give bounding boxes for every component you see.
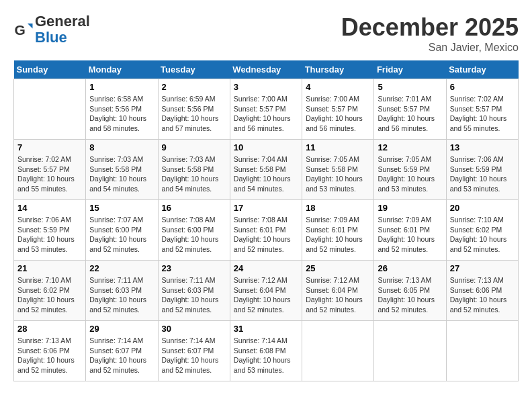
cell-content: Sunrise: 7:00 AMSunset: 5:57 PMDaylight:…	[234, 95, 291, 132]
svg-text:G: G	[15, 22, 26, 38]
calendar-cell: 25 Sunrise: 7:12 AMSunset: 6:04 PMDaylig…	[302, 261, 374, 321]
logo: G General Blue	[13, 13, 90, 46]
calendar-cell: 24 Sunrise: 7:12 AMSunset: 6:04 PMDaylig…	[230, 261, 302, 321]
day-number: 31	[234, 324, 298, 334]
cell-content: Sunrise: 7:10 AMSunset: 6:02 PMDaylight:…	[17, 276, 75, 314]
calendar-cell: 21 Sunrise: 7:10 AMSunset: 6:02 PMDaylig…	[14, 261, 86, 321]
day-number: 11	[306, 142, 370, 152]
calendar-table: SundayMondayTuesdayWednesdayThursdayFrid…	[13, 60, 519, 381]
calendar-cell: 12 Sunrise: 7:05 AMSunset: 5:59 PMDaylig…	[374, 140, 446, 200]
day-number: 23	[162, 263, 226, 273]
day-number: 7	[17, 142, 82, 152]
day-number: 9	[162, 142, 226, 152]
cell-content: Sunrise: 7:14 AMSunset: 6:08 PMDaylight:…	[234, 336, 291, 374]
calendar-cell: 27 Sunrise: 7:13 AMSunset: 6:06 PMDaylig…	[446, 261, 518, 321]
day-number: 13	[450, 142, 515, 152]
cell-content: Sunrise: 7:13 AMSunset: 6:06 PMDaylight:…	[17, 336, 75, 374]
calendar-cell	[374, 321, 446, 381]
day-number: 27	[450, 263, 515, 273]
location: San Javier, Mexico	[341, 42, 519, 54]
calendar-cell: 30 Sunrise: 7:14 AMSunset: 6:07 PMDaylig…	[158, 321, 230, 381]
week-row-3: 14 Sunrise: 7:06 AMSunset: 5:59 PMDaylig…	[14, 200, 519, 261]
month-title: December 2025	[341, 13, 519, 42]
calendar-cell	[14, 79, 86, 140]
calendar-cell: 4 Sunrise: 7:00 AMSunset: 5:57 PMDayligh…	[302, 79, 374, 140]
page-header: G General Blue December 2025 San Javier,…	[13, 13, 519, 54]
day-number: 21	[17, 263, 82, 273]
week-row-2: 7 Sunrise: 7:02 AMSunset: 5:57 PMDayligh…	[14, 140, 519, 200]
cell-content: Sunrise: 7:10 AMSunset: 6:02 PMDaylight:…	[450, 216, 507, 253]
day-header-row: SundayMondayTuesdayWednesdayThursdayFrid…	[14, 60, 519, 79]
day-number: 4	[306, 82, 370, 92]
cell-content: Sunrise: 7:11 AMSunset: 6:03 PMDaylight:…	[162, 276, 219, 314]
day-number: 15	[89, 203, 154, 213]
day-number: 3	[234, 82, 298, 92]
calendar-cell	[446, 321, 518, 381]
day-header-sunday: Sunday	[14, 60, 86, 79]
cell-content: Sunrise: 7:08 AMSunset: 6:01 PMDaylight:…	[234, 216, 291, 253]
cell-content: Sunrise: 7:06 AMSunset: 5:59 PMDaylight:…	[450, 155, 507, 193]
calendar-cell: 22 Sunrise: 7:11 AMSunset: 6:03 PMDaylig…	[86, 261, 158, 321]
day-number: 24	[234, 263, 298, 273]
day-number: 10	[234, 142, 298, 152]
cell-content: Sunrise: 7:05 AMSunset: 5:58 PMDaylight:…	[306, 155, 363, 193]
cell-content: Sunrise: 7:11 AMSunset: 6:03 PMDaylight:…	[89, 276, 146, 314]
cell-content: Sunrise: 6:58 AMSunset: 5:56 PMDaylight:…	[89, 95, 146, 132]
calendar-cell: 2 Sunrise: 6:59 AMSunset: 5:56 PMDayligh…	[158, 79, 230, 140]
day-number: 20	[450, 203, 515, 213]
day-number: 22	[89, 263, 154, 273]
title-block: December 2025 San Javier, Mexico	[341, 13, 519, 54]
calendar-cell: 7 Sunrise: 7:02 AMSunset: 5:57 PMDayligh…	[14, 140, 86, 200]
cell-content: Sunrise: 7:04 AMSunset: 5:58 PMDaylight:…	[234, 155, 291, 193]
calendar-cell: 18 Sunrise: 7:09 AMSunset: 6:01 PMDaylig…	[302, 200, 374, 261]
cell-content: Sunrise: 7:09 AMSunset: 6:01 PMDaylight:…	[306, 216, 363, 253]
day-number: 14	[17, 203, 82, 213]
cell-content: Sunrise: 7:12 AMSunset: 6:04 PMDaylight:…	[306, 276, 363, 314]
calendar-cell: 13 Sunrise: 7:06 AMSunset: 5:59 PMDaylig…	[446, 140, 518, 200]
day-number: 30	[162, 324, 226, 334]
cell-content: Sunrise: 7:00 AMSunset: 5:57 PMDaylight:…	[306, 95, 363, 132]
calendar-cell: 9 Sunrise: 7:03 AMSunset: 5:58 PMDayligh…	[158, 140, 230, 200]
day-number: 28	[17, 324, 82, 334]
day-number: 25	[306, 263, 370, 273]
day-header-thursday: Thursday	[302, 60, 374, 79]
day-header-wednesday: Wednesday	[230, 60, 302, 79]
cell-content: Sunrise: 7:09 AMSunset: 6:01 PMDaylight:…	[378, 216, 435, 253]
cell-content: Sunrise: 7:13 AMSunset: 6:06 PMDaylight:…	[450, 276, 507, 314]
week-row-1: 1 Sunrise: 6:58 AMSunset: 5:56 PMDayligh…	[14, 79, 519, 140]
cell-content: Sunrise: 7:02 AMSunset: 5:57 PMDaylight:…	[450, 95, 507, 132]
day-header-tuesday: Tuesday	[158, 60, 230, 79]
cell-content: Sunrise: 7:01 AMSunset: 5:57 PMDaylight:…	[378, 95, 435, 132]
calendar-cell: 10 Sunrise: 7:04 AMSunset: 5:58 PMDaylig…	[230, 140, 302, 200]
day-number: 6	[450, 82, 515, 92]
calendar-cell: 20 Sunrise: 7:10 AMSunset: 6:02 PMDaylig…	[446, 200, 518, 261]
calendar-cell: 17 Sunrise: 7:08 AMSunset: 6:01 PMDaylig…	[230, 200, 302, 261]
calendar-cell: 14 Sunrise: 7:06 AMSunset: 5:59 PMDaylig…	[14, 200, 86, 261]
cell-content: Sunrise: 7:14 AMSunset: 6:07 PMDaylight:…	[162, 336, 219, 374]
cell-content: Sunrise: 7:05 AMSunset: 5:59 PMDaylight:…	[378, 155, 435, 193]
logo-text: General Blue	[35, 13, 90, 46]
day-number: 1	[89, 82, 154, 92]
day-number: 2	[162, 82, 226, 92]
calendar-cell: 6 Sunrise: 7:02 AMSunset: 5:57 PMDayligh…	[446, 79, 518, 140]
calendar-cell	[302, 321, 374, 381]
day-number: 12	[378, 142, 442, 152]
calendar-cell: 16 Sunrise: 7:08 AMSunset: 6:00 PMDaylig…	[158, 200, 230, 261]
day-number: 18	[306, 203, 370, 213]
calendar-cell: 11 Sunrise: 7:05 AMSunset: 5:58 PMDaylig…	[302, 140, 374, 200]
cell-content: Sunrise: 7:06 AMSunset: 5:59 PMDaylight:…	[17, 216, 75, 253]
day-number: 5	[378, 82, 442, 92]
calendar-cell: 28 Sunrise: 7:13 AMSunset: 6:06 PMDaylig…	[14, 321, 86, 381]
calendar-cell: 29 Sunrise: 7:14 AMSunset: 6:07 PMDaylig…	[86, 321, 158, 381]
cell-content: Sunrise: 7:07 AMSunset: 6:00 PMDaylight:…	[89, 216, 146, 253]
calendar-cell: 26 Sunrise: 7:13 AMSunset: 6:05 PMDaylig…	[374, 261, 446, 321]
day-header-saturday: Saturday	[446, 60, 518, 79]
day-number: 29	[89, 324, 154, 334]
day-number: 26	[378, 263, 442, 273]
day-number: 8	[89, 142, 154, 152]
day-header-monday: Monday	[86, 60, 158, 79]
calendar-cell: 8 Sunrise: 7:03 AMSunset: 5:58 PMDayligh…	[86, 140, 158, 200]
cell-content: Sunrise: 7:03 AMSunset: 5:58 PMDaylight:…	[89, 155, 146, 193]
calendar-cell: 5 Sunrise: 7:01 AMSunset: 5:57 PMDayligh…	[374, 79, 446, 140]
week-row-4: 21 Sunrise: 7:10 AMSunset: 6:02 PMDaylig…	[14, 261, 519, 321]
